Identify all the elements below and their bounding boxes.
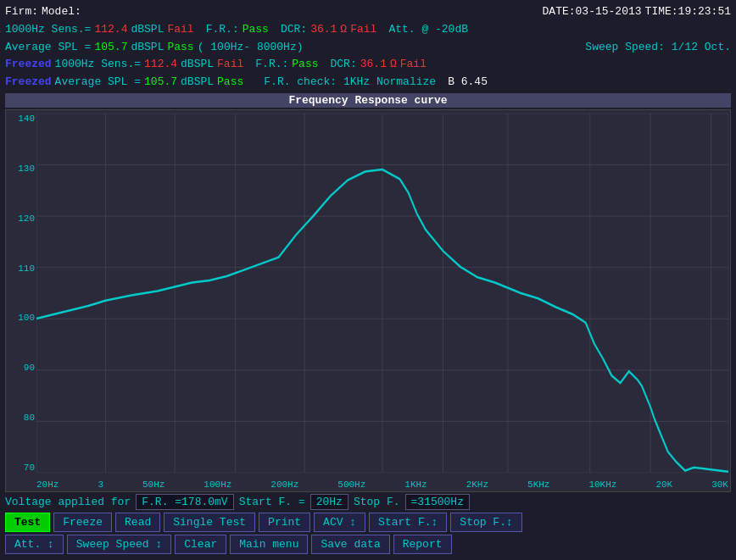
stop-f-field: =31500Hz xyxy=(405,494,470,510)
avg-status: Pass xyxy=(167,39,193,57)
bottom-info-bar: Voltage applied for F.R. =178.0mV Start … xyxy=(5,494,731,510)
avg-unit: dBSPL xyxy=(131,39,164,57)
sens-label: 1000Hz Sens.= xyxy=(5,21,91,39)
fr3-dcr-val: 36.1 xyxy=(360,56,387,74)
time-label: TIME:19:23:51 xyxy=(645,3,731,21)
start-f-val: 20Hz xyxy=(316,496,343,508)
y-tick-110: 110 xyxy=(8,263,36,274)
x-tick-2khz: 2KHz xyxy=(466,480,488,490)
y-tick-90: 90 xyxy=(8,363,36,373)
y-tick-120: 120 xyxy=(8,213,36,224)
x-tick-5khz: 5KHz xyxy=(527,480,549,490)
fr3-sens-val: 112.4 xyxy=(144,56,177,74)
y-axis: 140 130 120 110 100 90 80 70 xyxy=(8,114,36,473)
x-tick-30k: 30K xyxy=(711,480,728,490)
sens-unit: dBSPL xyxy=(131,21,164,39)
header-row0: Firm: Model: DATE:03-15-2013 TIME:19:23:… xyxy=(5,3,731,21)
fr-field: F.R. =178.0mV xyxy=(136,494,233,510)
freeze-button[interactable]: Freeze xyxy=(53,513,112,532)
x-axis: 20Hz 3 50Hz 100Hz 200Hz 500Hz 1KHz 2KHz … xyxy=(36,480,728,490)
dcr-unit: Ω xyxy=(340,21,347,39)
header-row2: Average SPL = 105.7 dBSPL Pass ( 100Hz- … xyxy=(5,39,731,57)
start-f-field: 20Hz xyxy=(310,494,348,510)
x-tick-20k: 20K xyxy=(655,480,672,490)
fr4-avg-status: Pass xyxy=(217,74,243,91)
fr-field-label: F.R. xyxy=(142,496,168,508)
y-tick-100: 100 xyxy=(8,313,36,323)
main-screen: Firm: Model: DATE:03-15-2013 TIME:19:23:… xyxy=(0,0,736,560)
x-tick-100hz: 100Hz xyxy=(204,480,231,490)
fr-status: Pass xyxy=(243,21,269,39)
fr3-dcr-label: DCR: xyxy=(331,56,357,74)
chart-inner xyxy=(36,114,728,473)
print-button[interactable]: Print xyxy=(259,513,310,532)
x-tick-20hz: 20Hz xyxy=(36,480,59,490)
voltage-label: Voltage applied for xyxy=(5,496,131,508)
y-tick-130: 130 xyxy=(8,164,36,174)
sweep-label: Sweep Speed: 1/12 Oct. xyxy=(585,39,731,57)
frozen-label-1: Freezed xyxy=(5,56,52,74)
x-tick-1khz: 1KHz xyxy=(404,480,427,490)
test-button[interactable]: Test xyxy=(5,513,50,532)
header-row1: 1000Hz Sens.= 112.4 dBSPL Fail F.R.: Pas… xyxy=(5,21,731,39)
clear-button[interactable]: Clear xyxy=(175,535,226,554)
fr3-sens: 1000Hz Sens.= xyxy=(55,56,141,74)
report-button[interactable]: Report xyxy=(393,535,452,554)
chart-title: Frequency Response curve xyxy=(5,93,731,108)
sens-val: 112.4 xyxy=(94,21,127,39)
button-row-1: Test Freeze Read Single Test Print ACV ↕… xyxy=(5,513,731,532)
att-button[interactable]: Att. ↕ xyxy=(5,535,64,554)
frozen-label-2: Freezed xyxy=(5,74,52,91)
avg-val: 105.7 xyxy=(94,39,127,57)
header-info: Firm: Model: DATE:03-15-2013 TIME:19:23:… xyxy=(5,3,731,91)
main-menu-button[interactable]: Main menu xyxy=(230,535,308,554)
save-data-button[interactable]: Save data xyxy=(311,535,389,554)
stop-f-button[interactable]: Stop F.↕ xyxy=(450,513,521,532)
start-f-button[interactable]: Start F.↕ xyxy=(369,513,447,532)
firm-label: Firm: xyxy=(5,3,38,21)
dcr-val: 36.1 xyxy=(310,21,337,39)
sweep-speed-button[interactable]: Sweep Speed ↕ xyxy=(67,535,171,554)
model-label: Model: xyxy=(42,3,81,21)
fr-field-val: =178.0mV xyxy=(175,496,227,508)
x-tick-50hz: 50Hz xyxy=(142,480,164,490)
read-button[interactable]: Read xyxy=(115,513,160,532)
b-val: B 6.45 xyxy=(448,74,488,91)
fr3-sens-unit: dBSPL xyxy=(181,56,214,74)
header-row4: Freezed Average SPL = 105.7 dBSPL Pass F… xyxy=(5,74,731,91)
fr4-avg-unit: dBSPL xyxy=(181,74,214,91)
y-tick-140: 140 xyxy=(8,114,36,124)
x-tick-10khz: 10KHz xyxy=(588,480,616,490)
chart-area: 140 130 120 110 100 90 80 70 xyxy=(5,109,731,492)
y-tick-70: 70 xyxy=(8,463,36,473)
att-label: Att. @ -20dB xyxy=(388,21,468,39)
fr3-dcr-unit: Ω xyxy=(390,56,397,74)
x-tick-3: 3 xyxy=(98,480,103,490)
button-row-2: Att. ↕ Sweep Speed ↕ Clear Main menu Sav… xyxy=(5,535,731,554)
fr4-avg-label: Average SPL = xyxy=(55,74,141,91)
date-label: DATE:03-15-2013 xyxy=(543,3,642,21)
chart-svg xyxy=(36,114,728,473)
fr3-fr-status: Pass xyxy=(292,56,318,74)
sens-status: Fail xyxy=(167,21,193,39)
stop-f-val: =31500Hz xyxy=(411,496,464,508)
fr4-avg-val: 105.7 xyxy=(144,74,177,91)
fr-check: F.R. check: 1KHz Normalize xyxy=(264,74,436,91)
header-row3: Freezed 1000Hz Sens.= 112.4 dBSPL Fail F… xyxy=(5,56,731,74)
fr3-fr-label: F.R.: xyxy=(255,56,288,74)
stop-f-label: Stop F. xyxy=(354,496,400,508)
fr3-dcr-status: Fail xyxy=(400,56,427,74)
single-test-button[interactable]: Single Test xyxy=(164,513,255,532)
fr3-sens-status: Fail xyxy=(217,56,243,74)
fr-label: F.R.: xyxy=(206,21,239,39)
range: ( 100Hz- 8000Hz) xyxy=(198,39,304,57)
acv-button[interactable]: ACV ↕ xyxy=(314,513,365,532)
dcr-status: Fail xyxy=(350,21,376,39)
y-tick-80: 80 xyxy=(8,413,36,423)
dcr-label: DCR: xyxy=(281,21,307,39)
start-f-label: Start F. = xyxy=(239,496,305,508)
avg-label: Average SPL = xyxy=(5,39,91,57)
x-tick-200hz: 200Hz xyxy=(270,480,298,490)
x-tick-500hz: 500Hz xyxy=(337,480,365,490)
